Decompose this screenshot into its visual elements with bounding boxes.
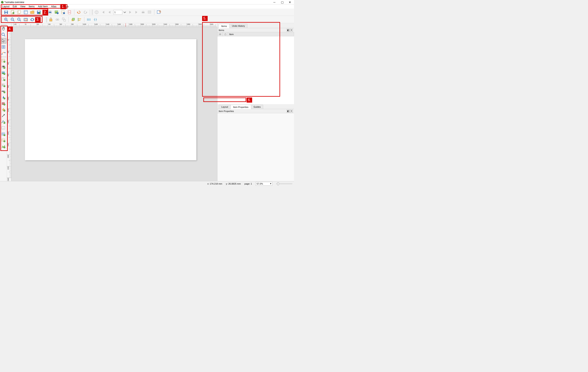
menu-edit[interactable]: Edit [11,5,19,8]
toolbar-nav: 1:1 [0,16,294,23]
raise-button[interactable] [70,17,76,22]
zoom-full-button[interactable] [23,17,29,22]
maximize-button[interactable]: ▢ [280,0,284,4]
add-node-item-tool[interactable]: + [1,119,6,125]
atlas-last-button[interactable] [134,9,139,15]
save-template-button[interactable] [36,9,42,15]
duplicate-layout-button[interactable] [16,9,22,15]
toolbox-grip[interactable] [1,24,6,25]
zoom-tool[interactable] [1,32,6,38]
tab-guides[interactable]: Guides [251,105,263,109]
pan-tool[interactable] [1,26,6,31]
toolbar-grip[interactable] [1,10,2,15]
svg-point-51 [1,54,2,55]
select-tool[interactable] [1,38,6,44]
add-scalebar-tool[interactable]: + [1,89,6,94]
zoom-in-button[interactable] [3,17,9,22]
svg-rect-68 [2,86,2,86]
export-image-button[interactable] [54,9,59,15]
atlas-page-dropdown[interactable] [123,9,126,15]
add-attribute-table-tool[interactable]: + [1,131,6,137]
zoom-out-button[interactable] [10,17,16,22]
redo-button[interactable] [83,9,88,15]
svg-rect-45 [79,20,80,20]
resize-narrowest-button[interactable] [93,17,98,22]
svg-text:+: + [13,12,14,14]
tab-items[interactable]: Items [219,24,230,28]
panel-undock-button[interactable]: ◧ [287,110,290,113]
panel-close-button[interactable]: ✕ [290,29,293,32]
unlock-items-button[interactable] [54,17,60,22]
status-bar: x: 174.218 mm y: 26.0825 mm page: 1 57.0… [0,181,294,186]
menu-layout[interactable]: Layout [0,5,11,8]
layout-manager-button[interactable] [23,9,29,15]
menu-atlas[interactable]: Atlas [49,5,58,8]
tab-undo-history[interactable]: Undo History [229,24,248,28]
svg-rect-66 [2,84,2,84]
toolbox-grip[interactable] [1,56,6,58]
svg-rect-8 [18,10,21,13]
tab-item-properties[interactable]: Item Properties [231,105,251,109]
toolbar-grip[interactable] [92,10,93,15]
panel-close-button[interactable]: ✕ [290,110,293,113]
add-3dmap-tool[interactable]: + [1,64,6,70]
atlas-prev-button[interactable] [107,9,113,15]
add-html-tool[interactable]: </> [1,125,6,131]
zoom-slider-thumb[interactable] [277,182,279,185]
add-marker-tool[interactable]: + [1,107,6,113]
add-shape-tool[interactable]: + [1,101,6,106]
atlas-page-input[interactable] [113,10,122,14]
add-label-tool[interactable]: T+ [1,76,6,82]
panel-undock-button[interactable]: ◧ [287,29,290,32]
tab-layout[interactable]: Layout [219,105,231,109]
items-list[interactable] [217,36,294,104]
add-picture-tool[interactable]: + [1,70,6,76]
add-map-tool[interactable]: + [1,58,6,64]
atlas-preview-button[interactable] [94,9,99,15]
distribute-left-button[interactable] [86,17,92,22]
menu-items[interactable]: Items [27,5,36,8]
toolbar-grip[interactable] [46,17,47,22]
col-lock[interactable] [223,32,228,36]
atlas-first-button[interactable] [100,9,106,15]
atlas-next-button[interactable] [127,9,133,15]
col-item[interactable]: Item [228,32,294,36]
col-visibility[interactable] [217,32,223,36]
group-items-button[interactable] [61,17,67,22]
add-elevation-profile-tool[interactable]: + [1,144,6,149]
atlas-print-button[interactable] [140,9,146,15]
align-left-button[interactable] [77,17,83,22]
svg-point-18 [57,12,59,14]
export-svg-button[interactable]: SVG [60,9,66,15]
zoom-select[interactable]: 57.0%▾ [256,182,272,186]
edit-nodes-tool[interactable] [1,50,6,56]
canvas[interactable]: -200204060801001201401601802002202402602… [7,23,217,181]
menu-add-item[interactable]: Add Item [36,5,49,8]
minimize-button[interactable]: ─ [272,0,276,4]
layout-page[interactable] [25,39,196,160]
undo-button[interactable] [76,9,82,15]
add-north-arrow-tool[interactable]: + [1,95,6,100]
svg-rect-26 [142,12,145,13]
load-template-button[interactable] [29,9,35,15]
add-arrow-tool[interactable] [1,113,6,119]
print-button[interactable] [47,9,53,15]
items-tabs: Items Undo History [217,23,294,28]
atlas-export-image-button[interactable] [147,9,153,15]
close-button[interactable]: ✕ [288,0,292,4]
atlas-settings-button[interactable] [156,9,162,15]
zoom-slider[interactable] [276,183,292,184]
zoom-value: 57.0% [257,182,263,185]
save-button[interactable] [3,9,9,15]
new-layout-button[interactable]: + [10,9,16,15]
add-fixed-table-tool[interactable]: + [1,138,6,143]
toolbar-grip[interactable] [1,17,2,22]
zoom-actual-button[interactable]: 1:1 [16,17,22,22]
refresh-button[interactable] [29,17,35,22]
add-legend-tool[interactable]: + [1,82,6,88]
export-pdf-button[interactable]: PDF [67,9,73,15]
menu-view[interactable]: View [19,5,27,8]
move-content-tool[interactable] [1,44,6,50]
toolbox: + + + T+ + + + + + + </> + + + [0,23,7,181]
lock-items-button[interactable] [48,17,54,22]
